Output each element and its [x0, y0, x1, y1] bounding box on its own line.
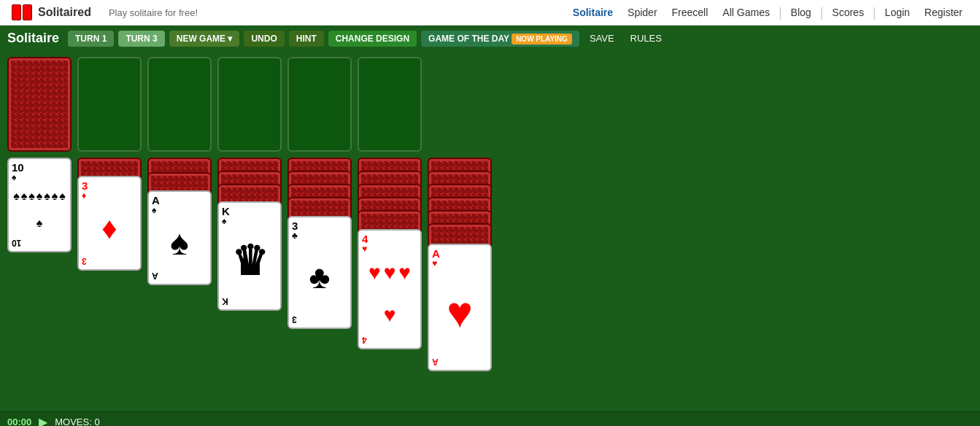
footer: 00:00 ▶ MOVES: 0 — [0, 411, 980, 426]
play-pause-button[interactable]: ▶ — [39, 415, 47, 426]
nav-blog[interactable]: Blog — [785, 5, 817, 20]
nav-solitaire[interactable]: Solitaire — [567, 5, 619, 20]
column-6[interactable]: A ♥ ♥ A — [428, 158, 492, 406]
card-10-spades[interactable]: 10 ♠ ♠♠♠♠♠♠♠♠ 10 — [7, 158, 72, 252]
columns: 10 ♠ ♠♠♠♠♠♠♠♠ 10 3 ♦ ♦ 3 — [7, 158, 973, 406]
turn3-button[interactable]: TURN 3 — [118, 31, 164, 47]
nav-all-games[interactable]: All Games — [717, 5, 776, 20]
nav-divider-3: | — [873, 5, 876, 20]
waste-pile — [77, 57, 142, 152]
card-3-diamonds[interactable]: 3 ♦ ♦ 3 — [77, 176, 142, 271]
column-2[interactable]: A ♠ ♠ A — [147, 158, 212, 318]
nav-divider-1: | — [779, 5, 782, 20]
save-button[interactable]: SAVE — [584, 30, 620, 47]
logo-card-1 — [12, 4, 21, 20]
game-area: 10 ♠ ♠♠♠♠♠♠♠♠ 10 3 ♦ ♦ 3 — [0, 51, 980, 411]
undo-button[interactable]: UNDO — [244, 31, 284, 47]
turn1-button[interactable]: TURN 1 — [68, 31, 114, 47]
column-1[interactable]: 3 ♦ ♦ 3 — [77, 158, 142, 303]
logo[interactable]: Solitaired — [12, 4, 94, 20]
logo-text: Solitaired — [38, 6, 91, 19]
column-4[interactable]: 3 ♣ ♣ 3 — [288, 158, 352, 362]
nav-scores[interactable]: Scores — [826, 5, 870, 20]
now-playing-badge: NOW PLAYING — [512, 34, 572, 44]
game-title: Solitaire — [7, 31, 59, 46]
nav-divider-2: | — [820, 5, 824, 20]
game-of-day-button[interactable]: GAME OF THE DAY NOW PLAYING — [421, 31, 579, 47]
card-king-spades[interactable]: K ♠ ♛ K — [217, 201, 282, 311]
card-4-hearts[interactable]: 4 ♥ ♥♥♥♥ 4 — [358, 229, 422, 349]
card-3-clubs[interactable]: 3 ♣ ♣ 3 — [288, 216, 352, 329]
foundation-3[interactable] — [288, 57, 352, 152]
column-5[interactable]: 4 ♥ ♥♥♥♥ 4 — [358, 158, 422, 384]
nav-freecell[interactable]: Freecell — [666, 5, 714, 20]
stock-pile-back — [9, 58, 70, 150]
header: Solitaired Play solitaire for free! Soli… — [0, 0, 980, 26]
stock-pile[interactable] — [7, 57, 72, 152]
top-row — [7, 57, 973, 152]
nav-register[interactable]: Register — [919, 5, 968, 20]
card-ace-spades[interactable]: A ♠ ♠ A — [147, 190, 212, 285]
foundation-1[interactable] — [147, 57, 212, 152]
column-0[interactable]: 10 ♠ ♠♠♠♠♠♠♠♠ 10 — [7, 158, 72, 274]
game-timer: 00:00 — [7, 417, 31, 426]
nav-login[interactable]: Login — [879, 5, 916, 20]
rules-button[interactable]: RULES — [625, 30, 668, 47]
header-nav: Solitaire Spider Freecell All Games | Bl… — [567, 5, 968, 20]
new-game-button[interactable]: NEW GAME ▾ — [169, 31, 240, 47]
logo-icon — [12, 4, 32, 20]
column-3[interactable]: K ♠ ♛ K — [217, 158, 282, 347]
nav-spider[interactable]: Spider — [622, 5, 663, 20]
logo-card-2 — [23, 4, 32, 20]
hint-button[interactable]: HINT — [289, 31, 324, 47]
header-tagline: Play solitaire for free! — [109, 7, 198, 18]
foundation-2[interactable] — [217, 57, 282, 152]
foundation-4[interactable] — [358, 57, 422, 152]
toolbar: Solitaire TURN 1 TURN 3 NEW GAME ▾ UNDO … — [0, 26, 980, 51]
change-design-button[interactable]: CHANGE DESIGN — [328, 31, 417, 47]
card-ace-hearts[interactable]: A ♥ ♥ A — [428, 244, 492, 371]
moves-counter: MOVES: 0 — [55, 417, 99, 426]
